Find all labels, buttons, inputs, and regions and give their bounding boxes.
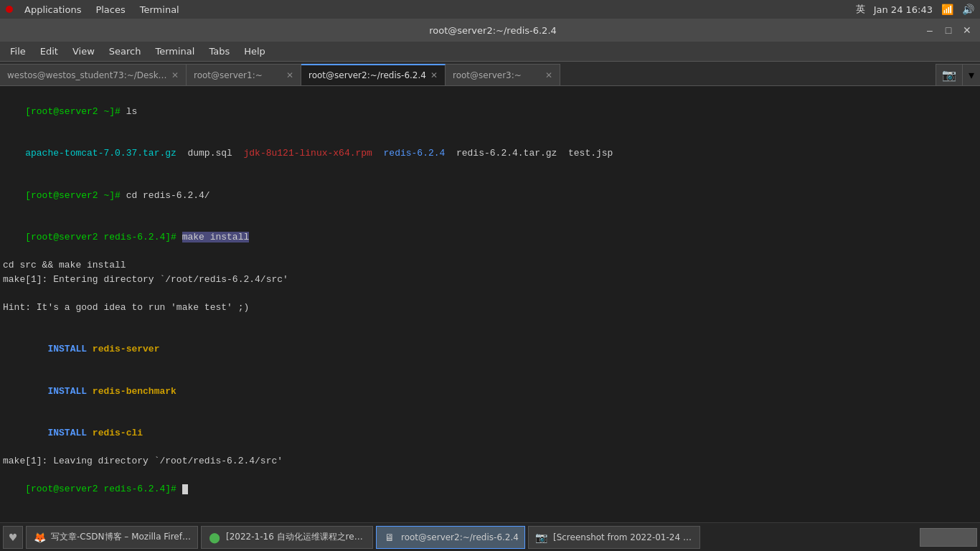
- tab-label-westos: westos@westos_student73:~/Deskt...: [7, 70, 167, 80]
- applications-menu[interactable]: Applications: [19, 3, 87, 17]
- screenshot-icon: 📷: [534, 530, 549, 545]
- install-keyword-1: INSTALL: [25, 344, 87, 354]
- install-keyword-2: INSTALL: [25, 386, 87, 397]
- install-name-2: redis-benchmark: [93, 386, 176, 397]
- taskbar-search-input[interactable]: [920, 528, 977, 547]
- firefox-icon: 🦊: [32, 530, 47, 545]
- menu-edit[interactable]: Edit: [33, 43, 65, 60]
- install-space-3: [87, 428, 93, 438]
- terminal-content[interactable]: [root@server2 ~]# ls apache-tomcat-7.0.3…: [0, 86, 980, 522]
- terminal-line-1: [root@server2 ~]# ls: [3, 90, 977, 133]
- chrome-icon: ⬤: [207, 530, 222, 545]
- cmd-4-highlight: make install: [182, 232, 250, 242]
- camera-icon: 📷: [942, 68, 956, 82]
- terminal-line-11: INSTALL redis-benchmark: [3, 370, 977, 413]
- show-desktop-icon: ♥: [9, 532, 18, 543]
- minimize-button[interactable]: –: [923, 23, 937, 37]
- menu-view[interactable]: View: [65, 43, 102, 60]
- install-name-1: redis-server: [93, 344, 160, 354]
- ls-item-redis-tar: redis-6.2.4.tar.gz: [456, 148, 557, 159]
- tab-westos[interactable]: westos@westos_student73:~/Deskt... ✕: [0, 64, 187, 85]
- menu-terminal[interactable]: Terminal: [148, 43, 202, 60]
- tab-close-server3[interactable]: ✕: [545, 70, 552, 80]
- terminal-line-4: [root@server2 redis-6.2.4]# make install: [3, 217, 977, 259]
- app-indicator-dot: [6, 6, 13, 13]
- cmd-1: ls: [126, 106, 138, 117]
- system-bar: Applications Places Terminal 英 Jan 24 16…: [0, 0, 980, 19]
- taskbar-terminal[interactable]: 🖥 root@server2:~/redis-6.2.4: [376, 526, 525, 549]
- window-controls: – □ ✕: [923, 23, 974, 37]
- volume-icon: 🔊: [962, 4, 974, 15]
- tab-label-server2: root@server2:~/redis-6.2.4: [308, 70, 426, 80]
- terminal-cursor: [182, 484, 188, 494]
- terminal-line-12: INSTALL redis-cli: [3, 413, 977, 455]
- terminal-line-9: [3, 314, 977, 329]
- taskbar: ♥ 🦊 写文章-CSDN博客 – Mozilla Firefox ⬤ [2022…: [0, 522, 980, 551]
- tab-server1[interactable]: root@server1:~ ✕: [187, 64, 301, 85]
- install-name-3: redis-cli: [93, 428, 143, 438]
- menu-help[interactable]: Help: [237, 43, 273, 60]
- language-indicator[interactable]: 英: [856, 3, 865, 16]
- ls-item-redis-dir: redis-6.2.4: [384, 148, 446, 159]
- menu-tabs[interactable]: Tabs: [202, 43, 237, 60]
- terminal-line-7: [3, 286, 977, 301]
- system-bar-right: 英 Jan 24 16:43 📶 🔊: [856, 3, 974, 16]
- terminal-line-2: apache-tomcat-7.0.37.tar.gz dump.sql jdk…: [3, 133, 977, 175]
- tab-close-server2[interactable]: ✕: [430, 70, 438, 80]
- system-bar-left: Applications Places Terminal: [6, 3, 185, 17]
- menu-search[interactable]: Search: [102, 43, 149, 60]
- screenshot-label: [Screenshot from 2022-01-24 14-...: [553, 532, 694, 542]
- terminal-taskbar-icon: 🖥: [382, 530, 397, 545]
- tab-camera-button[interactable]: 📷: [936, 64, 962, 85]
- close-button[interactable]: ✕: [960, 23, 974, 37]
- install-space-1: [87, 344, 93, 354]
- tab-label-server3: root@server3:~: [453, 70, 541, 80]
- tab-server3[interactable]: root@server3:~ ✕: [446, 64, 560, 85]
- show-desktop-button[interactable]: ♥: [3, 526, 23, 549]
- tab-close-westos[interactable]: ✕: [171, 70, 179, 80]
- terminal-line-10: INSTALL redis-server: [3, 329, 977, 371]
- taskbar-firefox[interactable]: 🦊 写文章-CSDN博客 – Mozilla Firefox: [26, 526, 198, 549]
- tab-server2[interactable]: root@server2:~/redis-6.2.4 ✕: [301, 64, 446, 85]
- ls-item-tomcat: apache-tomcat-7.0.37.tar.gz: [25, 148, 176, 159]
- firefox-label: 写文章-CSDN博客 – Mozilla Firefox: [51, 531, 192, 543]
- menu-bar: File Edit View Search Terminal Tabs Help: [0, 42, 980, 62]
- tab-dropdown-button[interactable]: ▾: [962, 64, 980, 85]
- window-title: root@server2:~/redis-6.2.4: [63, 25, 923, 36]
- ls-item-sep1: [372, 148, 384, 159]
- ls-item-sep2: [445, 148, 456, 159]
- places-menu[interactable]: Places: [90, 3, 131, 17]
- chevron-down-icon: ▾: [969, 68, 974, 82]
- ls-item-test: test.jsp: [557, 148, 613, 159]
- prompt-3: [root@server2 ~]#: [25, 190, 126, 201]
- tab-label-server1: root@server1:~: [194, 70, 282, 80]
- title-bar: root@server2:~/redis-6.2.4 – □ ✕: [0, 19, 980, 42]
- tab-close-server1[interactable]: ✕: [286, 70, 293, 80]
- restore-button[interactable]: □: [941, 23, 956, 37]
- terminal-line-14: [root@server2 redis-6.2.4]#: [3, 468, 977, 511]
- terminal-line-5: cd src && make install: [3, 258, 977, 273]
- prompt-1: [root@server2 ~]#: [25, 106, 126, 117]
- install-space-2: [87, 386, 93, 397]
- taskbar-screenshot[interactable]: 📷 [Screenshot from 2022-01-24 14-...: [528, 526, 700, 549]
- ls-item-jdk: jdk-8u121-linux-x64.rpm: [243, 148, 372, 159]
- datetime-display: Jan 24 16:43: [874, 4, 933, 15]
- menu-file[interactable]: File: [3, 43, 33, 60]
- terminal-line-8: Hint: It's a good idea to run 'make test…: [3, 301, 977, 315]
- terminal-line-13: make[1]: Leaving directory `/root/redis-…: [3, 454, 977, 468]
- prompt-4: [root@server2 redis-6.2.4]#: [25, 232, 182, 242]
- terminal-taskbar-label: root@server2:~/redis-6.2.4: [401, 532, 519, 542]
- terminal-menu[interactable]: Terminal: [134, 3, 185, 17]
- cmd-3: cd redis-6.2.4/: [126, 190, 210, 201]
- wifi-icon: 📶: [941, 4, 953, 15]
- terminal-line-6: make[1]: Entering directory `/root/redis…: [3, 273, 977, 287]
- chrome-label: [2022-1-16 自动化运维课程之redis....: [226, 531, 367, 543]
- taskbar-chrome[interactable]: ⬤ [2022-1-16 自动化运维课程之redis....: [201, 526, 373, 549]
- tabs-bar: westos@westos_student73:~/Deskt... ✕ roo…: [0, 62, 980, 86]
- install-keyword-3: INSTALL: [25, 428, 87, 438]
- terminal-line-3: [root@server2 ~]# cd redis-6.2.4/: [3, 174, 977, 217]
- ls-item-dump: dump.sql: [176, 148, 244, 159]
- prompt-14: [root@server2 redis-6.2.4]#: [25, 484, 182, 494]
